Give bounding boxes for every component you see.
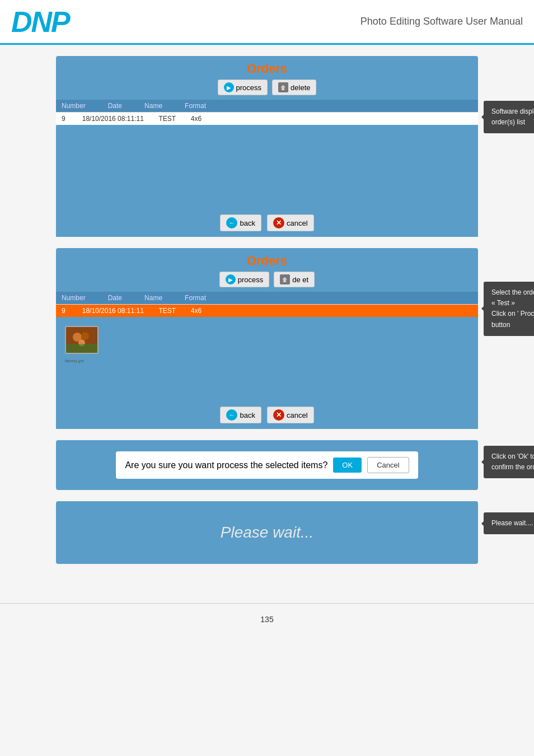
play-icon-1: ▶	[224, 82, 234, 92]
main-content: Orders ▶ process 🗑 delete Number Date Na…	[0, 45, 534, 586]
col-format-2: Format	[185, 294, 206, 302]
panel1-title: Orders	[56, 62, 478, 76]
back-button-1[interactable]: ← back	[220, 214, 261, 231]
panel2-toolbar: ▶ process 🗑 de et	[56, 272, 478, 287]
trash-icon-1: 🗑	[278, 82, 288, 92]
col-number-1: Number	[62, 102, 86, 110]
col-date-1: Date	[108, 102, 122, 110]
wait-text: Please wait...	[221, 524, 314, 541]
confirm-dialog: Are you sure you want process the select…	[56, 440, 478, 490]
cancel-confirm-button[interactable]: Cancel	[367, 457, 409, 473]
panel2-table-header: Number Date Name Format	[56, 292, 478, 304]
col-name-2: Name	[144, 294, 162, 302]
thumbnail-label: ItemsLyst	[65, 358, 474, 363]
thumbnail-container: ItemsLyst	[56, 317, 478, 370]
cancel-label-1: cancel	[287, 219, 308, 227]
callout-select-line3: Click on ' Process '	[491, 310, 534, 318]
delete-label-1: delete	[291, 83, 310, 92]
header-title: Photo Editing Software User Manual	[360, 16, 523, 27]
callout-select-line1: Select the order	[491, 288, 534, 296]
col-number-2: Number	[62, 294, 86, 302]
ok-button[interactable]: OK	[333, 458, 362, 473]
page-number: 135	[260, 615, 273, 624]
confirm-text: Are you sure you want process the select…	[125, 460, 327, 470]
table-row: 9 18/10/2016 08:11:11 TEST 4x6	[56, 112, 478, 125]
svg-point-2	[81, 332, 89, 340]
cancel-button-1[interactable]: ✕ cancel	[267, 214, 314, 231]
trash-icon-2: 🗑	[280, 274, 290, 284]
svg-rect-4	[66, 344, 97, 353]
footer: 135	[0, 603, 534, 635]
cancel-icon-2: ✕	[273, 409, 284, 421]
delete-label-2: de et	[292, 276, 308, 284]
callout-software-displays: Software displays theorder(s) list	[484, 101, 534, 133]
row1-number: 9	[62, 115, 65, 123]
row2-format: 4x6	[191, 307, 202, 315]
header: DNP Photo Editing Software User Manual	[0, 0, 534, 45]
process-label-2: process	[238, 276, 264, 284]
callout-select-order: Select the order « Test » Click on ' Pro…	[484, 282, 534, 336]
wait-section: Please wait... Please wait.....	[56, 501, 478, 564]
panel1-table-header: Number Date Name Format	[56, 100, 478, 112]
confirm-inner: Are you sure you want process the select…	[116, 451, 418, 479]
process-button-2[interactable]: ▶ process	[219, 272, 270, 287]
cancel-button-2[interactable]: ✕ cancel	[267, 407, 314, 423]
col-date-2: Date	[108, 294, 122, 302]
panel1-section: Orders ▶ process 🗑 delete Number Date Na…	[56, 56, 478, 237]
back-label-1: back	[240, 219, 255, 227]
panel1-toolbar: ▶ process 🗑 delete	[56, 80, 478, 95]
row1-name: TEST	[158, 115, 176, 123]
callout-text-1: Software displays theorder(s) list	[491, 108, 534, 126]
panel1-footer: ← back ✕ cancel	[56, 209, 478, 237]
col-format-1: Format	[185, 102, 206, 110]
callout-wait: Please wait.....	[484, 512, 534, 534]
panel2-title: Orders	[56, 254, 478, 268]
panel2-section: Orders ▶ process 🗑 de et Number Date Nam…	[56, 248, 478, 429]
panel1-body	[56, 125, 478, 209]
panel1: Orders ▶ process 🗑 delete Number Date Na…	[56, 56, 478, 237]
panel2-footer: ← back ✕ cancel	[56, 401, 478, 429]
row2-name: TEST	[158, 307, 176, 315]
play-icon-2: ▶	[226, 274, 236, 284]
cancel-label-2: cancel	[287, 411, 308, 419]
confirm-section: Are you sure you want process the select…	[56, 440, 478, 490]
wait-panel: Please wait...	[56, 501, 478, 564]
process-button-1[interactable]: ▶ process	[218, 80, 268, 95]
table-row-selected[interactable]: 9 18/10/2016 08:11:11 TEST 4x6	[56, 304, 478, 317]
delete-button-1[interactable]: 🗑 delete	[272, 80, 316, 95]
col-name-1: Name	[144, 102, 162, 110]
delete-button-2[interactable]: 🗑 de et	[274, 272, 315, 287]
panel2-body: ItemsLyst	[56, 317, 478, 401]
row2-date: 18/10/2016 08:11:11	[82, 307, 144, 315]
row1-format: 4x6	[191, 115, 202, 123]
thumbnail-image	[65, 326, 99, 354]
back-icon-2: ←	[226, 409, 237, 421]
callout-confirm: Click on 'Ok' toconfirm the order	[484, 446, 534, 478]
process-label-1: process	[236, 83, 262, 92]
row2-number: 9	[62, 307, 65, 315]
cancel-icon-1: ✕	[273, 217, 284, 228]
panel2: Orders ▶ process 🗑 de et Number Date Nam…	[56, 248, 478, 429]
back-button-2[interactable]: ← back	[220, 407, 261, 423]
back-icon-1: ←	[226, 217, 237, 228]
callout-select-line4: button	[491, 321, 510, 329]
thumbnail-svg	[66, 327, 97, 353]
callout-wait-text: Please wait.....	[491, 519, 534, 527]
callout-confirm-text: Click on 'Ok' toconfirm the order	[491, 452, 534, 471]
back-label-2: back	[240, 411, 255, 419]
callout-select-line2: « Test »	[491, 299, 515, 307]
row1-date: 18/10/2016 08:11:11	[82, 115, 144, 123]
logo: DNP	[11, 5, 69, 39]
